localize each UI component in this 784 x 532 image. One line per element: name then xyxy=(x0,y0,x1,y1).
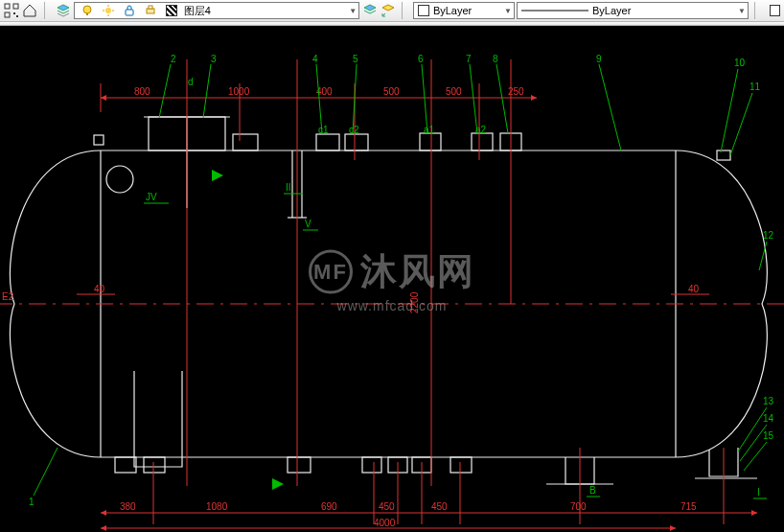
svg-text:450: 450 xyxy=(431,501,448,512)
house-icon[interactable] xyxy=(22,2,38,19)
vessel-body xyxy=(0,117,784,484)
svg-text:15: 15 xyxy=(763,430,774,441)
svg-text:12: 12 xyxy=(763,230,774,241)
svg-text:40: 40 xyxy=(94,284,105,294)
svg-rect-125 xyxy=(94,135,104,145)
svg-line-107 xyxy=(34,448,58,496)
svg-line-89 xyxy=(470,64,477,133)
svg-line-79 xyxy=(159,64,171,118)
chevron-down-icon: ▼ xyxy=(349,7,357,15)
svg-text:d: d xyxy=(188,77,194,87)
layer-states-icon[interactable] xyxy=(361,2,378,19)
svg-rect-13 xyxy=(147,9,154,13)
cad-canvas[interactable]: 800 1000 400 500 500 250 380 1080 690 45… xyxy=(0,26,784,532)
svg-text:14: 14 xyxy=(763,413,774,424)
trailing-swatch-icon xyxy=(770,5,780,16)
svg-line-81 xyxy=(203,64,211,118)
svg-rect-3 xyxy=(13,12,15,14)
svg-text:1: 1 xyxy=(29,497,35,507)
svg-text:JV: JV xyxy=(146,192,157,202)
svg-text:1000: 1000 xyxy=(228,86,250,97)
svg-line-91 xyxy=(496,64,508,133)
svg-line-97 xyxy=(730,93,752,155)
svg-text:B: B xyxy=(589,485,596,496)
svg-rect-31 xyxy=(472,133,493,150)
svg-point-7 xyxy=(105,8,111,13)
svg-rect-35 xyxy=(144,457,165,473)
svg-point-41 xyxy=(106,166,133,193)
svg-text:500: 500 xyxy=(446,86,462,97)
svg-text:8: 8 xyxy=(493,54,498,64)
svg-text:500: 500 xyxy=(383,86,400,97)
svg-text:715: 715 xyxy=(680,501,697,512)
linetype-dropdown[interactable]: ByLayer ▼ xyxy=(517,2,749,19)
svg-rect-33 xyxy=(717,150,730,160)
bulb-icon xyxy=(79,2,96,19)
svg-text:3: 3 xyxy=(211,54,217,64)
svg-text:II: II xyxy=(286,182,291,193)
svg-rect-12 xyxy=(126,10,133,15)
svg-text:800: 800 xyxy=(134,86,150,97)
color-dropdown-text: ByLayer xyxy=(433,5,472,16)
svg-line-105 xyxy=(744,442,767,471)
svg-point-5 xyxy=(83,6,91,13)
layer-previous-icon[interactable] xyxy=(380,2,396,19)
svg-rect-2 xyxy=(5,12,10,17)
toolbar-row-1: 图层4 ▼ ByLayer ▼ ByLayer ▼ xyxy=(0,0,784,22)
svg-text:380: 380 xyxy=(120,501,136,512)
svg-text:6: 6 xyxy=(418,54,424,64)
svg-text:690: 690 xyxy=(321,501,337,512)
dim-chain-bottom: 380 1080 690 450 450 700 715 4000 xyxy=(101,501,757,528)
svg-rect-4 xyxy=(16,15,18,17)
linetype-dropdown-text: ByLayer xyxy=(592,5,631,16)
svg-line-93 xyxy=(599,64,621,150)
svg-text:c1: c1 xyxy=(318,125,329,135)
svg-text:11: 11 xyxy=(749,81,761,92)
svg-text:c2: c2 xyxy=(349,125,359,135)
svg-rect-1 xyxy=(13,4,18,9)
svg-text:2: 2 xyxy=(171,54,176,64)
callouts: 2 3 4 5 6 7 8 9 10 11 12 13 14 15 1 xyxy=(29,54,774,507)
svg-text:V: V xyxy=(305,219,311,229)
layer-dropdown-text: 图层4 xyxy=(184,4,211,18)
svg-line-87 xyxy=(422,64,427,133)
linetype-preview-icon xyxy=(521,7,588,14)
chevron-down-icon: ▼ xyxy=(504,7,512,15)
svg-text:a2: a2 xyxy=(475,125,487,135)
svg-text:E2: E2 xyxy=(2,291,14,302)
svg-text:10: 10 xyxy=(734,58,746,68)
polar-origin xyxy=(94,135,104,145)
svg-text:700: 700 xyxy=(570,501,587,512)
svg-text:7: 7 xyxy=(466,54,472,64)
lock-icon xyxy=(121,2,138,19)
svg-rect-14 xyxy=(149,6,152,9)
svg-text:40: 40 xyxy=(688,284,700,294)
svg-text:4000: 4000 xyxy=(374,518,396,528)
qr-icon[interactable] xyxy=(4,2,20,19)
layer-dropdown[interactable]: 图层4 ▼ xyxy=(74,2,360,19)
svg-rect-0 xyxy=(5,4,10,9)
svg-rect-29 xyxy=(345,134,368,150)
layers-icon[interactable] xyxy=(56,2,72,19)
svg-rect-28 xyxy=(316,134,339,150)
svg-text:I: I xyxy=(757,487,760,497)
svg-text:250: 250 xyxy=(508,86,524,97)
svg-text:4: 4 xyxy=(312,54,318,64)
svg-text:5: 5 xyxy=(353,54,358,64)
svg-rect-6 xyxy=(86,13,88,15)
svg-text:450: 450 xyxy=(379,501,395,512)
svg-rect-27 xyxy=(233,134,258,150)
svg-text:2200: 2200 xyxy=(409,291,420,313)
svg-text:1080: 1080 xyxy=(206,501,228,512)
svg-text:9: 9 xyxy=(596,54,602,64)
svg-rect-30 xyxy=(420,133,441,150)
svg-rect-37 xyxy=(362,457,381,473)
color-dropdown[interactable]: ByLayer ▼ xyxy=(413,2,515,19)
svg-rect-36 xyxy=(288,457,311,473)
cad-drawing: 800 1000 400 500 500 250 380 1080 690 45… xyxy=(0,26,784,532)
svg-rect-40 xyxy=(450,457,472,473)
svg-rect-34 xyxy=(115,457,136,473)
svg-text:13: 13 xyxy=(763,396,774,406)
printable-icon xyxy=(142,2,159,19)
svg-line-83 xyxy=(316,64,322,133)
